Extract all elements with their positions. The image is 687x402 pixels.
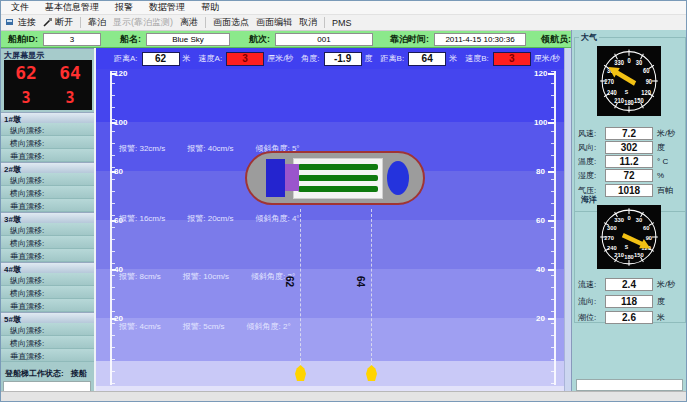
speed-b-label: 速度B: [465, 53, 489, 64]
current-direction-label: 流向: [578, 296, 605, 307]
connect-icon [6, 18, 15, 27]
wind-speed-unit: 米/秒 [657, 128, 675, 139]
current-speed-row: 流速: 2.4 米/秒 [578, 278, 682, 291]
ocean-title: 海洋 [579, 194, 599, 205]
connect-label: 连接 [18, 16, 36, 29]
depart-button[interactable]: 离港 [180, 16, 198, 29]
alarm-a-text: 报警: 16cm/s [119, 213, 165, 224]
menu-item-help[interactable]: 帮助 [201, 1, 219, 14]
svg-text:330: 330 [614, 217, 624, 223]
menu-item-data-mgmt[interactable]: 数据管理 [149, 1, 185, 14]
speed-a-label: 速度A: [199, 53, 223, 64]
ship-bow-tank [387, 161, 409, 195]
screen-pick-point-button[interactable]: 画面选点 [213, 16, 249, 29]
drift-row: 横向漂移: [1, 336, 94, 349]
ruler-label: 100 [114, 118, 127, 127]
measurement-line-a [300, 209, 301, 366]
svg-text:90: 90 [646, 235, 652, 241]
angle-label: 角度: [301, 53, 319, 64]
dolphin-group-header: 2#墩 [1, 162, 94, 173]
alarm-a-text: 报警: 8cm/s [119, 271, 161, 282]
water-band [96, 220, 564, 269]
ship-bridge-block [266, 159, 285, 197]
svg-text:30: 30 [636, 60, 643, 66]
svg-text:30: 30 [636, 217, 642, 223]
line-a-distance-label: 62 [284, 276, 295, 287]
depth-ruler-right [554, 71, 556, 385]
ruler-label: 80 [114, 167, 123, 176]
drift-row: 垂直漂移: [1, 249, 94, 262]
ship-id-field[interactable] [43, 33, 101, 46]
humidity-unit: % [657, 171, 664, 180]
temperature-unit: ° C [657, 157, 668, 166]
vertical-scrollbar[interactable] [564, 48, 571, 393]
atmosphere-groupbox: 大气 0 [574, 37, 686, 212]
display-berthing-monitor-button[interactable]: 显示(靠泊监测) [113, 16, 173, 29]
ship-cargo-area [293, 158, 383, 199]
water-band [96, 69, 564, 122]
menu-item-file[interactable]: 文件 [11, 1, 29, 14]
pms-button[interactable]: PMS [332, 18, 352, 28]
alarm-b-text: 报警: 40cm/s [187, 143, 233, 154]
menu-item-basic-info-mgmt[interactable]: 基本信息管理 [45, 1, 99, 14]
display-speed-a: 3 [21, 89, 30, 107]
environment-panel: 大气 0 [571, 30, 687, 393]
berth-time-label: 靠泊时间: [390, 33, 429, 46]
drift-row: 横向漂移: [1, 186, 94, 199]
angle-value: -1.9 [324, 52, 362, 66]
cancel-button[interactable]: 取消 [299, 16, 317, 29]
pilot-label: 领航员: [541, 33, 571, 46]
alarm-threshold-row: 报警: 8cm/s 报警: 10cm/s 倾斜角度: 3° [119, 271, 295, 282]
current-direction-gauge-icon: 0 30 60 90 120 150 180 210 240 270 300 3… [597, 205, 661, 269]
distance-b-label: 距离B: [381, 53, 405, 64]
svg-text:210: 210 [614, 252, 624, 258]
dolphin-group-header: 1#墩 [1, 112, 94, 123]
current-speed-value: 2.4 [605, 278, 653, 291]
ocean-groupbox: 海洋 0 [574, 195, 686, 323]
ruler-tick [548, 73, 554, 75]
svg-text:240: 240 [607, 90, 617, 96]
distance-b-value: 64 [408, 52, 446, 66]
distance-a-unit: 米 [183, 53, 191, 64]
ruler-tick [548, 220, 554, 222]
status-bar [1, 391, 686, 401]
panel-bottom-strip [576, 379, 683, 391]
voyage-field[interactable] [275, 33, 373, 46]
svg-text:60: 60 [643, 68, 650, 74]
svg-text:240: 240 [607, 245, 617, 251]
svg-text:150: 150 [634, 252, 644, 258]
connect-button[interactable]: 连接 [6, 16, 36, 29]
display-distance-b: 64 [59, 62, 81, 83]
ship-name-field[interactable] [146, 33, 230, 46]
berth-time-field[interactable] [434, 33, 526, 46]
drift-row: 纵向漂移: [1, 223, 94, 236]
alarm-b-text: 报警: 20cm/s [187, 213, 233, 224]
distance-a-label: 距离A: [114, 53, 138, 64]
temperature-label: 温度: [578, 156, 605, 167]
measurement-sidebar: 大屏幕显示 62 64 3 3 1#墩 纵向漂移: 横向漂移: 垂直漂移: 2#… [1, 48, 96, 393]
disconnect-button[interactable]: 断开 [43, 16, 73, 29]
toolbar: 连接 断开 靠泊 显示(靠泊监测) 离港 画面选点 画面编辑 取消 PMS [1, 15, 686, 31]
dolphin-group-header: 4#墩 [1, 262, 94, 273]
ruler-label: 120 [114, 69, 127, 78]
ruler-tick [548, 269, 554, 271]
cargo-stripe [298, 164, 378, 170]
svg-text:S: S [625, 244, 629, 250]
svg-text:0: 0 [627, 215, 630, 221]
ruler-label: 40 [536, 265, 545, 274]
svg-text:180: 180 [624, 254, 634, 260]
distance-readout-strip: 距离A: 62 米 速度A: 3 厘米/秒 角度: -1.9 度 距离B: 64… [96, 48, 564, 69]
svg-text:270: 270 [604, 235, 614, 241]
distance-b-unit: 米 [449, 53, 457, 64]
humidity-label: 湿度: [578, 170, 605, 181]
disconnect-icon [43, 18, 52, 27]
alarm-threshold-row: 报警: 4cm/s 报警: 5cm/s 倾斜角度: 2° [119, 321, 291, 332]
berth-button[interactable]: 靠泊 [88, 16, 106, 29]
screen-edit-button[interactable]: 画面编辑 [256, 16, 292, 29]
cargo-stripe [298, 175, 378, 181]
menu-item-alarm[interactable]: 报警 [115, 1, 133, 14]
ruler-label: 60 [536, 216, 545, 225]
atmosphere-title: 大气 [579, 32, 599, 43]
svg-text:60: 60 [643, 225, 649, 231]
svg-text:120: 120 [641, 90, 651, 96]
